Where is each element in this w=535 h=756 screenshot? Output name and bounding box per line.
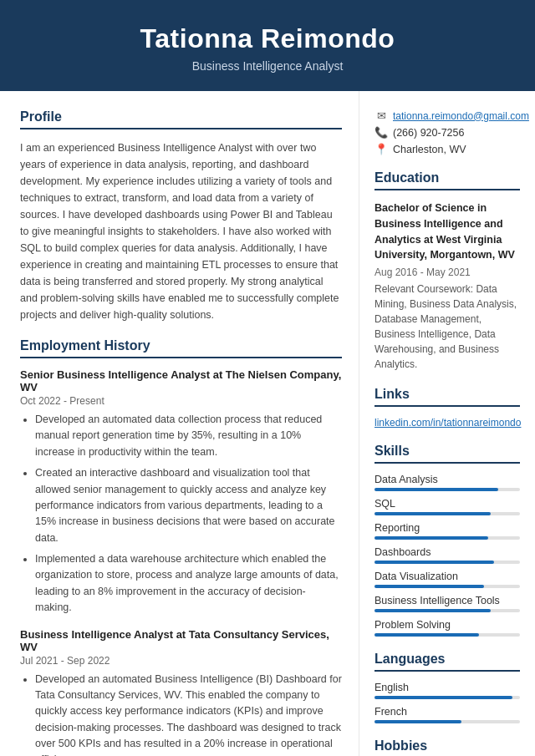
job-title-2: Business Intelligence Analyst at Tata Co… <box>20 628 342 653</box>
location-icon: 📍 <box>374 143 388 155</box>
job-bullets-1: Developed an automated data collection p… <box>20 412 342 616</box>
skill-bar-bg <box>374 633 520 637</box>
language-label: English <box>374 682 520 693</box>
skill-bar-bg <box>374 561 520 564</box>
skill-label: Reporting <box>374 522 520 534</box>
skill-bar-fill <box>374 585 484 588</box>
skill-item: Reporting <box>374 522 520 540</box>
profile-title: Profile <box>20 109 342 124</box>
education-divider <box>374 189 520 190</box>
email-link[interactable]: tationna.reimondo@gmail.com <box>393 110 529 122</box>
skill-bar-fill <box>374 512 491 515</box>
right-column: ✉ tationna.reimondo@gmail.com 📞 (266) 92… <box>359 91 535 756</box>
job-item: Senior Business Intelligence Analyst at … <box>20 368 342 616</box>
languages-divider <box>374 670 520 672</box>
skill-label: Dashboards <box>374 546 520 558</box>
language-label: French <box>374 706 520 718</box>
contact-section: ✉ tationna.reimondo@gmail.com 📞 (266) 92… <box>374 109 520 155</box>
bullet: Created an interactive dashboard and vis… <box>35 465 342 546</box>
skill-bar-fill <box>374 633 479 637</box>
language-bar-bg <box>374 696 520 699</box>
language-bar-fill <box>374 696 512 699</box>
hobbies-title: Hobbies <box>374 738 520 753</box>
edu-degree: Bachelor of Science in Business Intellig… <box>374 200 520 263</box>
location-text: Charleston, WV <box>393 144 466 155</box>
language-bar-bg <box>374 720 520 723</box>
skill-item: Dashboards <box>374 546 520 564</box>
education-title: Education <box>374 170 520 185</box>
left-column: Profile I am an experienced Business Int… <box>0 91 359 756</box>
skill-item: Business Intelligence Tools <box>374 595 520 612</box>
language-item: French <box>374 706 520 723</box>
skill-bar-fill <box>374 609 491 612</box>
skill-label: Data Analysis <box>374 474 520 485</box>
profile-divider <box>20 128 342 129</box>
phone-text: (266) 920-7256 <box>393 127 464 139</box>
skill-bar-bg <box>374 488 520 491</box>
email-icon: ✉ <box>374 109 388 122</box>
edu-coursework: Relevant Coursework: Data Mining, Busine… <box>374 282 520 372</box>
employment-title: Employment History <box>20 338 342 353</box>
skill-bar-bg <box>374 609 520 612</box>
skills-divider <box>374 462 520 464</box>
employment-section: Employment History Senior Business Intel… <box>20 338 342 756</box>
resume-header: Tationna Reimondo Business Intelligence … <box>0 0 535 91</box>
skill-item: SQL <box>374 498 520 515</box>
skill-bar-fill <box>374 536 488 540</box>
linkedin-link[interactable]: linkedin.com/in/tationnareimondo <box>374 417 520 429</box>
languages-list: English French <box>374 682 520 723</box>
links-divider <box>374 405 520 407</box>
job-bullets-2: Developed an automated Business Intellig… <box>20 672 342 757</box>
languages-title: Languages <box>374 652 520 667</box>
skill-item: Problem Solving <box>374 619 520 637</box>
candidate-name: Tationna Reimondo <box>17 23 518 54</box>
skill-bar-fill <box>374 488 498 491</box>
contact-phone: 📞 (266) 920-7256 <box>374 126 520 139</box>
links-section: Links linkedin.com/in/tationnareimondo <box>374 387 520 429</box>
language-bar-fill <box>374 720 461 723</box>
skill-label: Problem Solving <box>374 619 520 631</box>
links-title: Links <box>374 387 520 402</box>
phone-icon: 📞 <box>374 126 388 139</box>
candidate-title: Business Intelligence Analyst <box>17 59 518 73</box>
skill-bar-bg <box>374 512 520 515</box>
languages-section: Languages English French <box>374 652 520 723</box>
skills-list: Data Analysis SQL Reporting Dashboards D… <box>374 474 520 637</box>
language-item: English <box>374 682 520 699</box>
skills-title: Skills <box>374 444 520 459</box>
skill-label: SQL <box>374 498 520 510</box>
profile-text: I am an experienced Business Intelligenc… <box>20 140 342 323</box>
skill-bar-bg <box>374 536 520 540</box>
edu-date: Aug 2016 - May 2021 <box>374 266 520 278</box>
skill-label: Business Intelligence Tools <box>374 595 520 606</box>
skill-bar-fill <box>374 561 494 564</box>
skills-section: Skills Data Analysis SQL Reporting Dashb… <box>374 444 520 637</box>
bullet: Developed an automated Business Intellig… <box>35 672 342 757</box>
bullet: Developed an automated data collection p… <box>35 412 342 460</box>
job-title-1: Senior Business Intelligence Analyst at … <box>20 368 342 393</box>
job-date-2: Jul 2021 - Sep 2022 <box>20 655 342 667</box>
profile-section: Profile I am an experienced Business Int… <box>20 109 342 323</box>
contact-email: ✉ tationna.reimondo@gmail.com <box>374 109 520 122</box>
skill-item: Data Visualization <box>374 571 520 588</box>
hobbies-section: Hobbies <box>374 738 520 756</box>
job-item: Business Intelligence Analyst at Tata Co… <box>20 628 342 757</box>
employment-divider <box>20 357 342 358</box>
education-section: Education Bachelor of Science in Busines… <box>374 170 520 372</box>
skill-bar-bg <box>374 585 520 588</box>
contact-location: 📍 Charleston, WV <box>374 143 520 155</box>
bullet: Implemented a data warehouse architectur… <box>35 551 342 616</box>
skill-label: Data Visualization <box>374 571 520 582</box>
skill-item: Data Analysis <box>374 474 520 491</box>
job-date-1: Oct 2022 - Present <box>20 395 342 407</box>
